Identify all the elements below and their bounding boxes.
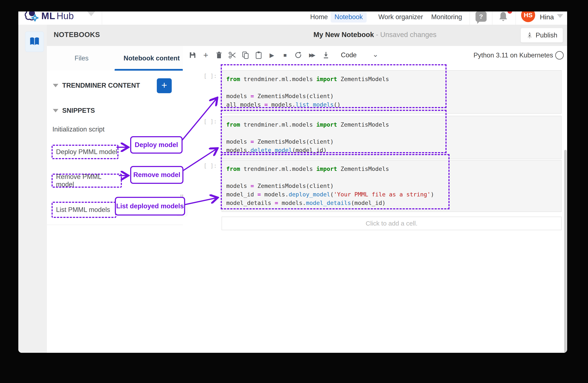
publish-button[interactable]: Publish <box>521 28 563 42</box>
screenshot-frame-edge <box>0 0 588 12</box>
notebook-status: - Unsaved changes <box>374 31 437 38</box>
download-icon <box>323 52 329 59</box>
restart-kernel-button[interactable] <box>292 49 304 61</box>
copy-cells-button[interactable] <box>239 49 252 61</box>
cell-type-chevron-icon[interactable]: ⌄ <box>372 48 378 60</box>
code-line: from trendminer.ml.models import Zementi… <box>226 120 561 129</box>
section-label: TRENDMINER CONTENT <box>62 82 140 89</box>
run-cell-button[interactable]: ▶ <box>266 49 278 61</box>
notebook-title: My New Notebook - Unsaved changes <box>183 31 567 39</box>
kernel-status-icon[interactable] <box>555 51 564 59</box>
sidebar-title: NOTEBOOKS <box>54 31 100 39</box>
scissors-icon <box>228 52 236 59</box>
callout-deploy-model: Deploy model <box>130 136 183 154</box>
section-label: SNIPPETS <box>62 107 95 115</box>
code-line <box>226 129 561 137</box>
code-line: models = ZementisModels(client) <box>226 137 561 146</box>
kernel-name: Python 3.11 on Kubernetes <box>474 51 553 60</box>
restart-icon <box>295 52 302 59</box>
notebooks-rail-button[interactable] <box>25 32 44 52</box>
run-all-cells-button[interactable]: ▶▶ <box>306 49 319 61</box>
code-line: from trendminer.ml.models import Zementi… <box>226 165 561 173</box>
collapse-caret-icon[interactable] <box>53 109 58 112</box>
tab-notebook-content[interactable]: Notebook content <box>124 52 180 65</box>
plus-icon: + <box>203 50 208 60</box>
code-line: all_models = models.list_models() <box>226 100 561 109</box>
brand-text-ml: ML <box>41 11 55 21</box>
cell-type-select[interactable]: Code <box>341 49 357 61</box>
vertical-scrollbar-thumb[interactable] <box>564 150 567 353</box>
user-menu-caret-icon[interactable] <box>557 14 563 18</box>
snippet-label: Deploy PMML model <box>56 148 117 156</box>
notebook-toolbar: + ▶ ■ ▶▶ Code ⌄ Python 3.11 on Kubernete… <box>183 46 567 65</box>
cut-cells-button[interactable] <box>226 49 238 61</box>
add-content-button[interactable]: + <box>157 78 172 93</box>
copy-icon <box>242 51 249 59</box>
help-icon: ? <box>479 13 483 20</box>
snippet-label: Remove PMML model <box>56 173 121 188</box>
paste-cells-button[interactable] <box>253 49 265 61</box>
code-cell[interactable]: from trendminer.ml.models import Zementi… <box>222 160 562 212</box>
stop-kernel-button[interactable]: ■ <box>279 49 291 61</box>
user-name[interactable]: Hina <box>540 12 554 22</box>
download-button[interactable] <box>320 49 332 61</box>
cell-prompt: [ ]: <box>196 118 217 125</box>
book-icon <box>29 37 40 47</box>
collapse-caret-icon[interactable] <box>53 84 58 87</box>
tab-files[interactable]: Files <box>75 52 88 65</box>
clipboard-icon <box>255 51 262 59</box>
annotation-dashed-box: Remove PMML model <box>52 174 122 188</box>
sidebar-tabs: Files Notebook content <box>47 46 183 71</box>
help-bubble-tail <box>477 21 480 24</box>
publish-label: Publish <box>536 32 557 39</box>
callout-remove-model: Remove model <box>130 166 183 184</box>
cell-prompt: [ ]: <box>196 73 217 79</box>
notifications-button[interactable] <box>498 11 510 22</box>
bell-icon <box>498 11 509 22</box>
code-line <box>226 173 561 182</box>
code-line: model_details = models.model_details(mod… <box>226 199 561 207</box>
app-window: MLHub Home Notebook Work organizer Monit… <box>18 5 567 353</box>
notebook-content: [ ]: from trendminer.ml.models import Ze… <box>183 64 567 353</box>
code-line: from trendminer.ml.models import Zementi… <box>226 75 561 83</box>
run-icon: ▶ <box>270 52 274 59</box>
nav-item-work-organizer[interactable]: Work organizer <box>375 12 427 22</box>
code-line: model_id = models.deploy_model('Your PMM… <box>226 190 561 199</box>
left-rail <box>18 25 47 353</box>
section-trendminer-content[interactable]: TRENDMINER CONTENT + <box>47 71 183 101</box>
code-line: models = ZementisModels(client) <box>226 92 561 100</box>
snippet-label: Initialization script <box>52 126 105 133</box>
snippet-label: List PMML models <box>56 206 110 214</box>
brand-text-hub: Hub <box>57 11 74 21</box>
add-cell-placeholder[interactable]: Click to add a cell. <box>222 217 562 230</box>
add-cell-hint: Click to add a cell. <box>366 220 417 227</box>
delete-cell-button[interactable] <box>213 49 225 61</box>
run-all-icon: ▶▶ <box>309 52 314 58</box>
code-cell[interactable]: from trendminer.ml.models import Zementi… <box>222 116 562 159</box>
help-button[interactable]: ? <box>476 12 487 22</box>
code-cell[interactable]: from trendminer.ml.models import Zementi… <box>222 70 562 114</box>
nav-item-notebook[interactable]: Notebook <box>331 12 367 22</box>
workspace-caret-icon[interactable] <box>87 11 95 16</box>
code-line <box>226 83 561 92</box>
save-icon <box>189 52 196 59</box>
code-line: models = ZementisModels(client) <box>226 182 561 190</box>
callout-list-deployed-models: List deployed models <box>115 197 185 215</box>
save-button[interactable] <box>187 49 199 61</box>
nav-item-monitoring[interactable]: Monitoring <box>427 12 466 22</box>
rocket-icon <box>526 32 533 39</box>
nav-item-home[interactable]: Home <box>306 12 332 22</box>
notebook-title-text: My New Notebook <box>313 31 374 38</box>
trash-icon <box>216 52 222 59</box>
section-snippets[interactable]: SNIPPETS <box>47 101 183 120</box>
stop-icon: ■ <box>283 52 287 58</box>
code-line: models.delete_model(model_id) <box>226 146 561 154</box>
annotation-dashed-box: Deploy PMML model <box>52 145 118 159</box>
add-cell-button[interactable]: + <box>200 49 212 61</box>
notebook-header: My New Notebook - Unsaved changes Publis… <box>183 25 567 46</box>
active-tab-underline <box>115 69 183 71</box>
annotation-dashed-box: List PMML models <box>52 202 116 218</box>
cell-prompt: [ ]: <box>196 163 217 169</box>
